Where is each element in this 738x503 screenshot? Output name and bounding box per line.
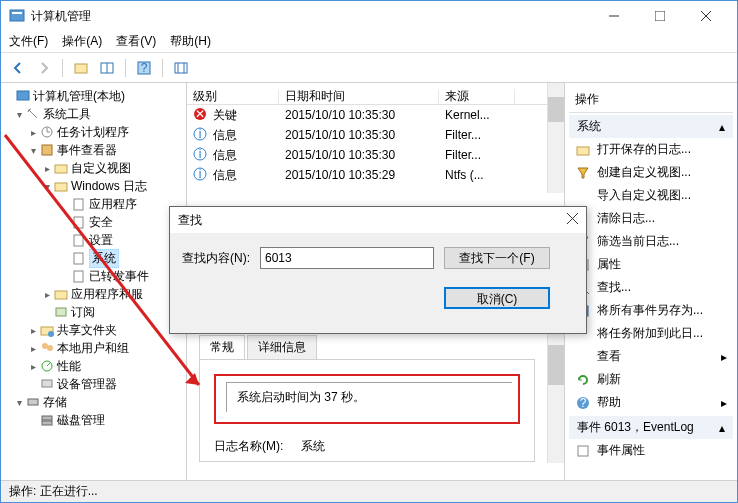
tree-perf[interactable]: 性能 xyxy=(57,358,81,375)
tree-shared[interactable]: 共享文件夹 xyxy=(57,322,117,339)
col-source[interactable]: 来源 xyxy=(439,89,515,104)
action-import-custom[interactable]: 导入自定义视图... xyxy=(569,184,733,207)
find-next-button[interactable]: 查找下一个(F) xyxy=(444,247,550,269)
action-open-saved[interactable]: 打开保存的日志... xyxy=(569,138,733,161)
close-button[interactable] xyxy=(683,1,729,31)
tab-details[interactable]: 详细信息 xyxy=(247,335,317,359)
chevron-up-icon[interactable]: ▴ xyxy=(719,421,725,435)
back-button[interactable] xyxy=(7,57,29,79)
actions-header: 操作 xyxy=(569,87,733,113)
filter-icon xyxy=(575,165,591,181)
list-scrollbar[interactable] xyxy=(547,83,564,193)
maximize-button[interactable] xyxy=(637,1,683,31)
detail-scrollbar[interactable] xyxy=(547,331,564,463)
menu-bar: 文件(F) 操作(A) 查看(V) 帮助(H) xyxy=(1,31,737,53)
toolbar-icon-2[interactable] xyxy=(96,57,118,79)
menu-action[interactable]: 操作(A) xyxy=(62,33,102,50)
action-create-custom[interactable]: 创建自定义视图... xyxy=(569,161,733,184)
subs-icon xyxy=(53,304,69,320)
action-filter-current[interactable]: 筛选当前日志... xyxy=(569,230,733,253)
action-properties[interactable]: 属性 xyxy=(569,253,733,276)
tree-systools[interactable]: 系统工具 xyxy=(43,106,91,123)
expand-icon[interactable]: ▸ xyxy=(27,325,39,336)
toolbar-icon-3[interactable] xyxy=(170,57,192,79)
actions-group-event: 事件 6013，EventLog▴ xyxy=(569,416,733,439)
chevron-right-icon: ▸ xyxy=(721,396,727,410)
refresh-icon xyxy=(575,372,591,388)
tab-general[interactable]: 常规 xyxy=(199,335,245,359)
expand-icon[interactable]: ▸ xyxy=(27,343,39,354)
svg-text:i: i xyxy=(199,127,202,141)
help-icon[interactable]: ? xyxy=(133,57,155,79)
tree-storage[interactable]: 存储 xyxy=(43,394,67,411)
svg-rect-27 xyxy=(56,308,66,316)
tree-devmgr[interactable]: 设备管理器 xyxy=(57,376,117,393)
expand-icon[interactable]: ▸ xyxy=(27,361,39,372)
toolbar-icon-1[interactable] xyxy=(70,57,92,79)
expand-icon[interactable]: ▾ xyxy=(13,397,25,408)
tree-security[interactable]: 安全 xyxy=(89,214,113,231)
info-icon: i xyxy=(193,147,209,163)
tree-setup[interactable]: 设置 xyxy=(89,232,113,249)
tree-eventviewer[interactable]: 事件查看器 xyxy=(57,142,117,159)
action-saveas[interactable]: 将所有事件另存为... xyxy=(569,299,733,322)
action-event-properties[interactable]: 事件属性 xyxy=(569,439,733,462)
action-help[interactable]: ?帮助▸ xyxy=(569,391,733,414)
svg-text:i: i xyxy=(199,147,202,161)
tree-pane: 计算机管理(本地) ▾系统工具 ▸任务计划程序 ▾事件查看器 ▸自定义视图 ▾W… xyxy=(1,83,187,481)
tree-diskmgr[interactable]: 磁盘管理 xyxy=(57,412,105,429)
find-input[interactable] xyxy=(260,247,434,269)
folder-icon xyxy=(53,286,69,302)
forward-button[interactable] xyxy=(33,57,55,79)
find-cancel-button[interactable]: 取消(C) xyxy=(444,287,550,309)
list-row[interactable]: i 信息 2015/10/10 10:35:29 Ntfs (... xyxy=(187,165,547,185)
tree-customview[interactable]: 自定义视图 xyxy=(71,160,131,177)
expand-icon[interactable]: ▾ xyxy=(41,181,53,192)
svg-rect-25 xyxy=(74,271,83,282)
tree-forwarded[interactable]: 已转发事件 xyxy=(89,268,149,285)
svg-text:✕: ✕ xyxy=(195,107,205,121)
menu-file[interactable]: 文件(F) xyxy=(9,33,48,50)
col-level[interactable]: 级别 xyxy=(187,89,279,104)
tree-scheduler[interactable]: 任务计划程序 xyxy=(57,124,129,141)
list-header: 级别 日期和时间 来源 xyxy=(187,83,547,105)
svg-text:?: ? xyxy=(141,61,148,75)
tree-root[interactable]: 计算机管理(本地) xyxy=(33,88,125,105)
status-value: 正在进行... xyxy=(40,483,98,500)
tree-appsvc[interactable]: 应用程序和服 xyxy=(71,286,143,303)
find-dialog-close[interactable] xyxy=(567,213,578,227)
tree-users[interactable]: 本地用户和组 xyxy=(57,340,129,357)
tree-app[interactable]: 应用程序 xyxy=(89,196,137,213)
expand-icon[interactable]: ▾ xyxy=(13,109,25,120)
tools-icon xyxy=(25,106,41,122)
svg-rect-18 xyxy=(42,145,52,155)
action-find[interactable]: 查找... xyxy=(569,276,733,299)
action-clear-log[interactable]: 清除日志... xyxy=(569,207,733,230)
minimize-button[interactable] xyxy=(591,1,637,31)
chevron-up-icon[interactable]: ▴ xyxy=(719,120,725,134)
scheduler-icon xyxy=(39,124,55,140)
app-icon xyxy=(9,8,25,24)
tree-system[interactable]: 系统 xyxy=(89,249,119,268)
menu-view[interactable]: 查看(V) xyxy=(116,33,156,50)
expand-icon[interactable]: ▸ xyxy=(41,163,53,174)
action-view[interactable]: 查看▸ xyxy=(569,345,733,368)
action-refresh[interactable]: 刷新 xyxy=(569,368,733,391)
menu-help[interactable]: 帮助(H) xyxy=(170,33,211,50)
expand-icon[interactable]: ▸ xyxy=(27,127,39,138)
expand-icon[interactable]: ▾ xyxy=(27,145,39,156)
tree-subs[interactable]: 订阅 xyxy=(71,304,95,321)
svg-rect-22 xyxy=(74,217,83,228)
col-datetime[interactable]: 日期和时间 xyxy=(279,89,439,104)
list-row[interactable]: i 信息 2015/10/10 10:35:30 Filter... xyxy=(187,145,547,165)
svg-point-29 xyxy=(48,331,54,337)
list-row[interactable]: ✕ 关键 2015/10/10 10:35:30 Kernel... xyxy=(187,105,547,125)
svg-rect-14 xyxy=(17,91,29,100)
expand-icon[interactable]: ▸ xyxy=(41,289,53,300)
action-attach-task[interactable]: 将任务附加到此日... xyxy=(569,322,733,345)
svg-rect-34 xyxy=(42,380,52,387)
status-bar: 操作: 正在进行... xyxy=(1,480,737,502)
list-row[interactable]: i 信息 2015/10/10 10:35:30 Filter... xyxy=(187,125,547,145)
tree-winlogs[interactable]: Windows 日志 xyxy=(71,178,147,195)
actions-group-system: 系统▴ xyxy=(569,115,733,138)
